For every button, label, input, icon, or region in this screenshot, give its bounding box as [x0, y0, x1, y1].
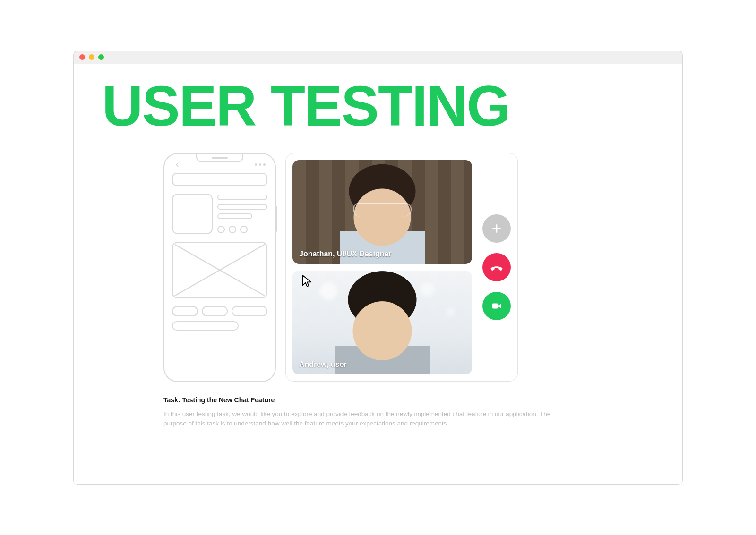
wireframe-indicator-dots [217, 226, 267, 233]
window-titlebar [74, 51, 682, 64]
wireframe-line [217, 195, 267, 200]
phone-side-button [163, 187, 164, 196]
phone-side-button [163, 204, 164, 220]
video-call-panel: Jonathan, UI/UX Designer Andrew, user [285, 153, 518, 382]
phone-side-button [275, 206, 277, 232]
page-title: USER TESTING [102, 77, 654, 134]
main-area: Jonathan, UI/UX Designer Andrew, user [102, 153, 654, 382]
page-content: USER TESTING [74, 64, 682, 484]
svg-rect-4 [492, 303, 498, 308]
hangup-button[interactable] [482, 253, 511, 281]
wireframe-pill [232, 306, 267, 316]
wireframe-line [217, 213, 252, 219]
wireframe-search-bar [172, 173, 267, 186]
wireframe-thumbnail [172, 194, 213, 234]
phone-screen [172, 161, 267, 374]
task-body: In this user testing task, we would like… [163, 409, 575, 429]
wireframe-pill [202, 306, 228, 316]
more-dots-icon [255, 163, 266, 166]
plus-icon [490, 222, 503, 235]
video-tile[interactable]: Jonathan, UI/UX Designer [292, 160, 472, 264]
wireframe-pill-row [172, 306, 267, 316]
wireframe-image-placeholder [172, 242, 267, 298]
phone-side-button [163, 225, 164, 241]
video-camera-icon [490, 300, 503, 312]
wireframe-pill [172, 321, 239, 331]
phone-topbar [172, 161, 267, 168]
browser-window: USER TESTING [73, 51, 683, 485]
add-participant-button[interactable] [482, 214, 511, 243]
window-minimize-button[interactable] [89, 54, 94, 60]
video-tile-stack: Jonathan, UI/UX Designer Andrew, user [292, 160, 472, 374]
task-title: Task: Testing the New Chat Feature [163, 396, 575, 404]
wireframe-card [172, 194, 267, 234]
phone-hangup-icon [490, 260, 504, 274]
participant-label: Andrew, user [299, 360, 347, 369]
participant-label: Jonathan, UI/UX Designer [299, 250, 392, 258]
back-chevron-icon [174, 161, 180, 168]
call-button-column [482, 214, 511, 320]
window-fullscreen-button[interactable] [98, 54, 104, 60]
toggle-video-button[interactable] [482, 292, 511, 320]
cursor-icon [301, 274, 314, 288]
wireframe-pill [172, 306, 198, 316]
wireframe-line [217, 204, 267, 210]
wireframe-text-lines [217, 194, 267, 234]
task-description: Task: Testing the New Chat Feature In th… [102, 396, 575, 429]
video-tile[interactable]: Andrew, user [292, 271, 472, 374]
phone-wireframe [163, 153, 276, 382]
window-close-button[interactable] [79, 54, 85, 60]
